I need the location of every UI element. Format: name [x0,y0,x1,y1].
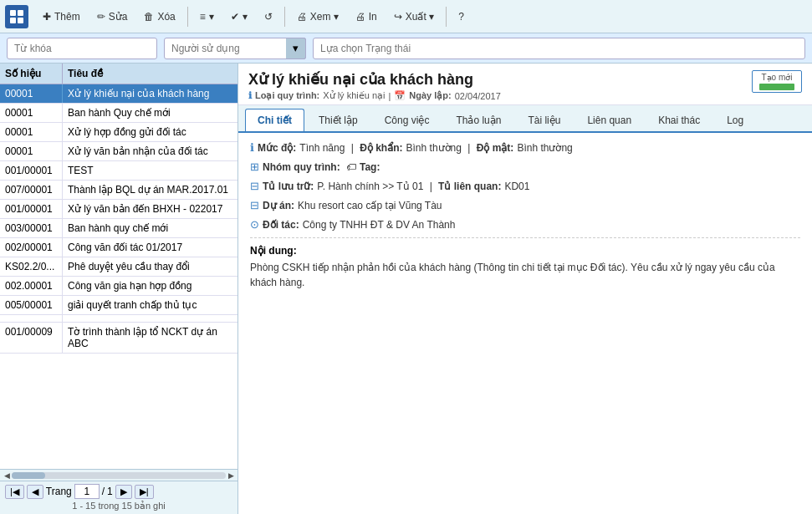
list-row[interactable]: 00001 Xử lý văn bản nhận của đối tác [0,142,237,161]
page-input[interactable] [74,484,100,499]
check-button[interactable]: ✔ ▾ [223,8,255,26]
noi-dung-text: Phòng CSKH tiếp nhận phản hồi của khách … [250,260,800,290]
delete-button[interactable]: 🗑 Xóa [136,8,182,26]
tab-lienquan[interactable]: Liên quan [575,109,644,131]
export-icon: ↪ [394,11,402,23]
first-page-button[interactable]: |◀ [5,485,24,499]
list-row-title: Xử lý hợp đồng gửi đối tác [63,123,237,141]
menu-button[interactable]: ≡ ▾ [192,8,222,26]
list-row-id: 00001 [0,104,63,122]
plus-icon: ✚ [43,11,51,23]
keyword-input[interactable] [7,38,157,59]
record-info: 1 - 15 trong 15 bản ghi [5,501,232,511]
list-row[interactable]: 003/00001 Ban hành quy chế mới [0,219,237,238]
last-page-button[interactable]: ▶| [135,485,154,499]
right-panel: Xử lý khiếu nại của khách hàng ℹ Loại qu… [238,64,812,514]
help-button[interactable]: ? [451,8,472,26]
toolbar: ✚ Thêm ✏ Sửa 🗑 Xóa ≡ ▾ ✔ ▾ ↺ 🖨 Xem ▾ 🖨 I… [0,0,812,33]
do-khan-label: Độ khẩn: [360,142,402,154]
list-row-id: KS02.2/0... [0,257,63,276]
ngay-lap-value: 02/04/2017 [455,91,501,101]
list-body: 00001 Xử lý khiếu nại của khách hàng 000… [0,84,237,469]
prev-page-button[interactable]: ◀ [27,485,43,499]
user-dropdown-arrow[interactable]: ▾ [286,38,306,59]
hscroll-track[interactable] [12,472,226,479]
do-khan-value: Bình thường [406,142,462,154]
add-button[interactable]: ✚ Thêm [35,8,88,26]
detail-title: Xử lý khiếu nại của khách hàng [248,70,501,89]
view-icon: 🖨 [297,11,307,23]
du-an-label: Dự án: [263,200,294,211]
tu-luu-tru-label: Tủ lưu trữ: [263,181,314,192]
muc-do-label: Mức độ: [258,142,296,154]
next-page-button[interactable]: ▶ [115,485,132,499]
left-panel: Số hiệu Tiêu đề 00001 Xử lý khiếu nại củ… [0,64,238,514]
list-header: Số hiệu Tiêu đề [0,64,237,84]
app-logo [5,5,28,28]
list-row[interactable] [0,315,237,323]
hscroll-right-arrow[interactable]: ▶ [226,471,236,481]
tab-tailieu[interactable]: Tài liệu [515,109,573,131]
user-input[interactable] [164,38,306,59]
list-row-id: 007/00001 [0,181,63,199]
tab-khaithac[interactable]: Khai thác [646,109,712,131]
du-an-row: ⊟ Dự án: Khu resort cao cấp tại Vũng Tàu [250,199,800,211]
list-row-title: Công văn đối tác 01/2017 [63,238,237,257]
list-row[interactable]: 00001 Xử lý hợp đồng gửi đối tác [0,123,237,142]
list-row[interactable]: 001/00009 Tờ trình thành lập tổ NCKT dự … [0,323,237,354]
list-row[interactable]: 002/00001 Công văn đối tác 01/2017 [0,238,237,257]
list-row[interactable]: 00001 Xử lý khiếu nại của khách hàng [0,84,237,104]
sep2 [284,7,285,27]
doi-tac-value: Công ty TNHH ĐT & DV An Thành [303,219,456,231]
list-row-id: 00001 [0,123,63,141]
list-row[interactable]: 002.00001 Công văn gia hạn hợp đồng [0,277,237,296]
detail-content: ℹ Mức độ: Tình năng | Độ khẩn: Bình thườ… [238,133,812,514]
list-row-id: 003/00001 [0,219,63,237]
list-row[interactable]: 007/00001 Thành lập BQL dự án MAR.2017.0… [0,181,237,200]
project-icon: ⊟ [250,199,259,211]
tab-log[interactable]: Log [714,109,756,131]
tab-congviec[interactable]: Công việc [372,109,442,131]
list-row-title: TEST [63,161,237,180]
tao-moi-label: Tạo mới [759,73,794,82]
list-row-title: Ban hành Quy chế mới [63,104,237,122]
status-input[interactable] [313,38,805,59]
list-row[interactable]: KS02.2/0... Phê duyệt yêu cầu thay đổi [0,257,237,277]
detail-header-left: Xử lý khiếu nại của khách hàng ℹ Loại qu… [248,70,501,101]
refresh-button[interactable]: ↺ [257,8,280,26]
list-row-title: Xử lý văn bản nhận của đối tác [63,142,237,160]
edit-button[interactable]: ✏ Sửa [89,8,135,26]
tab-thietlap[interactable]: Thiết lập [306,109,370,131]
help-icon: ? [458,11,464,23]
list-row[interactable]: 001/00001 TEST [0,161,237,181]
delete-icon: 🗑 [144,11,154,23]
header-col-id: Số hiệu [0,64,63,84]
list-row[interactable]: 00001 Ban hành Quy chế mới [0,104,237,123]
list-row-title: Phê duyệt yêu cầu thay đổi [63,257,237,276]
list-row-title [63,315,237,322]
doi-tac-row: ⊙ Đối tác: Công ty TNHH ĐT & DV An Thành [250,218,800,231]
page-separator: / [102,486,105,497]
menu-icon: ≡ [200,11,206,23]
list-row[interactable]: 005/00001 giải quyết tranh chấp thủ tục [0,296,237,315]
check-icon: ✔ [231,11,239,23]
sep3 [446,7,447,27]
print-button[interactable]: 🖨 In [348,8,385,26]
tu-lien-quan-label: Tủ liên quan: [438,181,501,192]
hscroll-bar: ◀ ▶ [0,469,237,481]
muc-do-value: Tình năng [299,142,345,154]
tu-sep: | [426,181,435,192]
do-mat-label: Độ mật: [477,142,514,154]
export-button[interactable]: ↪ Xuất ▾ [386,8,442,26]
noi-dung-label: Nội dung: [250,245,800,257]
do-mat-value: Bình thường [517,142,572,154]
ngay-lap-label: Ngày lập: [409,90,451,101]
muc-do-row: ℹ Mức độ: Tình năng | Độ khẩn: Bình thườ… [250,141,800,154]
nhom-quy-trinh-row: ⊞ Nhóm quy trình: 🏷 Tag: [250,160,800,173]
hscroll-left-arrow[interactable]: ◀ [2,471,12,481]
view-button[interactable]: 🖨 Xem ▾ [289,8,346,26]
refresh-icon: ↺ [264,11,273,23]
tab-chitiet[interactable]: Chi tiết [245,109,304,131]
list-row[interactable]: 001/00001 Xử lý văn bản đến BHXH - 02201… [0,200,237,219]
tab-thaoluan[interactable]: Thảo luận [443,109,513,131]
